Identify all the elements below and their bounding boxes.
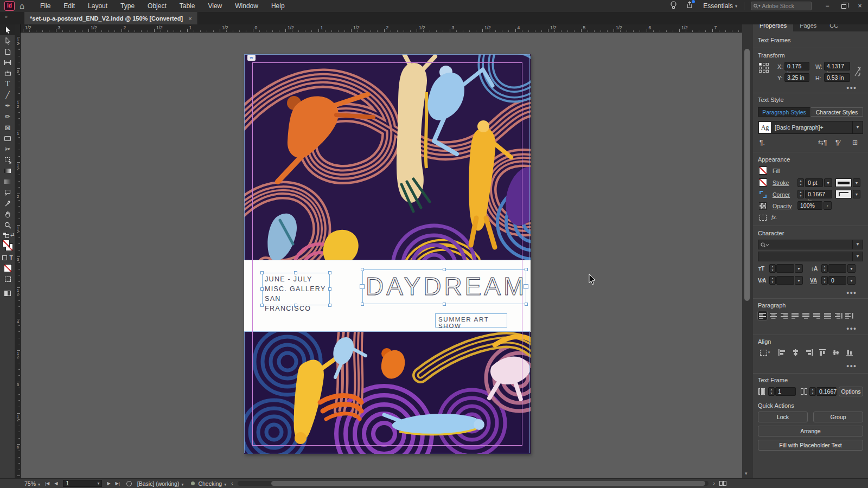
align-more-options[interactable]: ●●● xyxy=(846,363,857,369)
arrange-button[interactable]: Arrange xyxy=(758,426,863,436)
kerning-value[interactable] xyxy=(776,276,794,285)
edit-style-icon[interactable]: ¶∕ xyxy=(835,139,840,146)
leading-value[interactable] xyxy=(828,264,846,273)
scroll-down-icon[interactable]: ▾ xyxy=(745,471,748,476)
ruler-origin-corner[interactable] xyxy=(15,24,21,33)
group-button[interactable]: Group xyxy=(813,412,863,422)
leading-stepper[interactable]: ▲▼ xyxy=(821,264,828,273)
font-size-chevron-icon[interactable]: ▼ xyxy=(795,264,803,273)
selection-handle[interactable] xyxy=(443,268,446,271)
new-style-icon[interactable]: ⊞ xyxy=(852,139,858,146)
next-page-button[interactable]: ▶ xyxy=(107,481,110,486)
selection-handle[interactable] xyxy=(294,271,297,274)
font-family-select[interactable]: ▼ xyxy=(758,240,863,249)
align-towards-spine-button[interactable] xyxy=(834,311,843,320)
vertical-ruler[interactable]: 120121122123124125126 xyxy=(15,33,21,478)
align-away-spine-button[interactable] xyxy=(845,311,854,320)
horizontal-ruler[interactable]: 1/231/221/211/201/211/221/231/241/251/26… xyxy=(15,24,742,33)
stroke-color-swatch[interactable] xyxy=(759,178,767,187)
align-hcenter-button[interactable] xyxy=(790,348,800,357)
selection-handle[interactable] xyxy=(361,303,364,306)
stroke-weight-chevron-icon[interactable]: ▼ xyxy=(824,178,832,187)
menu-table[interactable]: Table xyxy=(173,0,202,12)
justify-center-button[interactable] xyxy=(801,311,810,320)
h-input[interactable]: 0.53 in xyxy=(824,73,850,82)
tab-close-icon[interactable]: × xyxy=(188,15,192,22)
subtitle-text-frame[interactable]: SUMMER ART SHOW xyxy=(435,313,507,328)
indesign-logo[interactable]: Id xyxy=(4,1,15,11)
font-size-stepper[interactable]: ▲▼ xyxy=(769,264,776,273)
align-left-edges-button[interactable] xyxy=(777,348,787,357)
selection-handle[interactable] xyxy=(443,303,446,306)
leading-chevron-icon[interactable]: ▼ xyxy=(847,264,856,273)
align-vcenter-button[interactable] xyxy=(831,348,841,357)
home-icon[interactable]: ⌂ xyxy=(20,1,24,11)
gradient-feather-tool[interactable] xyxy=(0,176,15,187)
horizontal-scroll-thumb[interactable] xyxy=(271,481,705,486)
first-page-button[interactable]: |◀ xyxy=(45,481,49,486)
justify-right-button[interactable] xyxy=(812,311,821,320)
gradient-swatch-tool[interactable] xyxy=(0,165,15,176)
hand-tool[interactable] xyxy=(0,209,15,220)
kerning-stepper[interactable]: ▲▼ xyxy=(769,276,776,285)
corner-radius-stepper[interactable]: ▲▼ xyxy=(797,190,804,198)
character-more-options[interactable]: ●●● xyxy=(846,290,857,296)
x-input[interactable]: 0.175 in xyxy=(784,62,809,70)
corner-style-preview[interactable] xyxy=(835,190,852,198)
scroll-right-icon[interactable]: › xyxy=(713,480,715,486)
eyedropper-tool[interactable] xyxy=(0,198,15,209)
menu-view[interactable]: View xyxy=(201,0,228,12)
columns-input[interactable]: 1 xyxy=(775,387,796,396)
stroke-style-chevron-icon[interactable]: ▼ xyxy=(853,178,860,187)
dock-collapse-icon[interactable]: » xyxy=(5,14,8,20)
transform-more-options[interactable]: ●●● xyxy=(846,85,857,91)
type-tool[interactable]: T xyxy=(0,79,15,89)
swap-fill-stroke-icon[interactable]: ⇄ xyxy=(0,230,15,239)
menu-file[interactable]: File xyxy=(34,0,57,12)
restore-button[interactable] xyxy=(835,0,852,12)
font-size-value[interactable] xyxy=(776,264,794,273)
postcard-page[interactable]: ∞ JUNE - JULY MISC. GALLERY SAN FRANCISC… xyxy=(244,54,531,454)
menu-help[interactable]: Help xyxy=(265,0,291,12)
style-chevron-icon[interactable]: ▼ xyxy=(852,121,863,133)
redefine-style-icon[interactable]: ⇆¶ xyxy=(818,139,827,146)
gutter-stepper[interactable]: ▲▼ xyxy=(809,387,816,396)
workspace-switcher[interactable]: Essentials xyxy=(703,2,733,10)
fx-label[interactable]: fx. xyxy=(771,214,777,220)
kerning-chevron-icon[interactable]: ▼ xyxy=(795,276,803,285)
w-input[interactable]: 4.1317 in xyxy=(824,62,850,70)
align-top-edges-button[interactable] xyxy=(818,348,827,357)
close-button[interactable]: × xyxy=(852,0,868,12)
share-icon[interactable] xyxy=(686,1,693,11)
frame-tool[interactable]: ⊠ xyxy=(0,122,15,133)
free-transform-tool[interactable] xyxy=(0,155,15,165)
apply-none-button[interactable] xyxy=(0,262,15,274)
last-page-button[interactable]: ▶| xyxy=(116,481,120,486)
paragraph-style-select[interactable]: Ag [Basic Paragraph]+ ▼ xyxy=(758,121,863,134)
opacity-value[interactable]: 100% xyxy=(797,201,822,210)
selection-handle[interactable] xyxy=(260,287,264,291)
columns-stepper[interactable]: ▲▼ xyxy=(768,387,775,396)
document-tab[interactable]: *set-up-a-postcard_END_V2.indd @ 150% [C… xyxy=(24,12,198,24)
justify-all-button[interactable] xyxy=(823,311,832,320)
vertical-scroll-thumb[interactable] xyxy=(744,49,750,301)
selection-handle[interactable] xyxy=(260,271,264,274)
direct-selection-tool[interactable] xyxy=(0,35,15,46)
fill-placeholder-button[interactable]: Fill with Placeholder Text xyxy=(758,440,863,451)
tracking-stepper[interactable]: ▲▼ xyxy=(821,276,828,285)
previous-page-button[interactable]: ◀ xyxy=(54,481,58,486)
align-bottom-edges-button[interactable] xyxy=(845,348,854,357)
menu-layout[interactable]: Layout xyxy=(81,0,114,12)
fill-stroke-control[interactable] xyxy=(0,239,15,253)
learn-icon[interactable] xyxy=(670,1,677,11)
font-style-select[interactable]: ▼ xyxy=(758,252,863,261)
tracking-chevron-icon[interactable]: ▼ xyxy=(847,276,856,285)
screen-mode-button[interactable] xyxy=(0,288,15,299)
rectangle-tool[interactable] xyxy=(0,133,15,144)
y-input[interactable]: 3.25 in xyxy=(784,73,809,82)
selection-handle[interactable] xyxy=(328,287,331,291)
corner-link[interactable]: Corner xyxy=(773,191,790,198)
corner-style-chevron-icon[interactable]: ▼ xyxy=(853,190,860,198)
character-styles-tab[interactable]: Character Styles xyxy=(810,107,863,117)
stroke-weight-value[interactable]: 0 pt xyxy=(805,178,823,187)
